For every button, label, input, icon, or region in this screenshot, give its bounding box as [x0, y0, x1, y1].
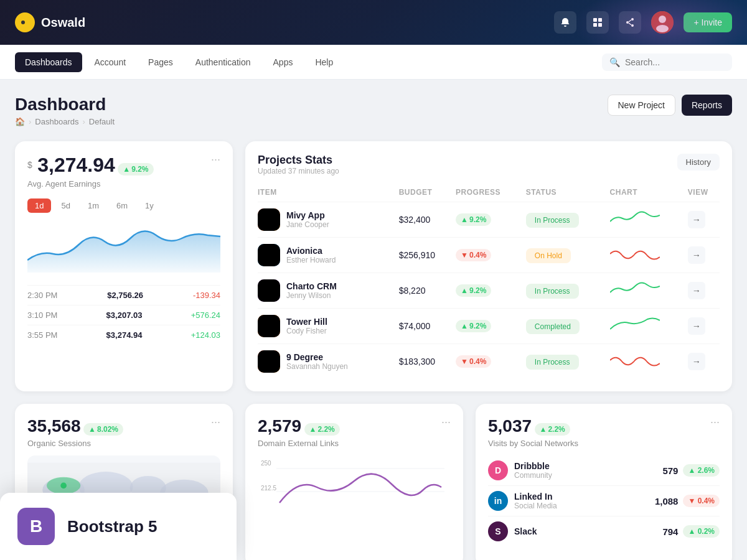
- col-item: ITEM: [258, 183, 399, 202]
- breadcrumb-home[interactable]: 🏠: [15, 117, 25, 126]
- data-row-1: 2:30 PM $2,756.26 -139.34: [27, 285, 220, 305]
- social-list: D Dribbble Community 579 ▲ 2.6% in Linke…: [488, 455, 720, 546]
- tab-pages[interactable]: Pages: [138, 52, 183, 72]
- domain-more-button[interactable]: ···: [441, 416, 451, 427]
- svg-rect-14: [258, 208, 280, 231]
- share-icon-btn[interactable]: [619, 11, 641, 34]
- new-project-button[interactable]: New Project: [608, 95, 675, 116]
- svg-point-7: [626, 21, 629, 24]
- col-budget: BUDGET: [399, 183, 456, 202]
- nav-right: + Invite: [554, 11, 732, 34]
- table-row: Mivy App Jane Cooper $32,400 ▲ 9.2% In P…: [258, 202, 720, 238]
- page-title-area: Dashboard 🏠 › Dashboards › Default: [15, 95, 115, 126]
- view-row-button[interactable]: →: [688, 282, 705, 299]
- breadcrumb-dashboards[interactable]: Dashboards: [35, 117, 78, 126]
- bootstrap-overlay: B Bootstrap 5: [0, 493, 237, 560]
- domain-label: Domain External Links: [258, 439, 340, 448]
- data-row-2: 3:10 PM $3,207.03 +576.24: [27, 305, 220, 325]
- social-card: 5,037 ▲ 2.2% Visits by Social Networks ·…: [476, 404, 732, 560]
- grid-icon-btn[interactable]: [586, 11, 609, 34]
- svg-text:250: 250: [261, 460, 271, 467]
- secondary-navbar: Dashboards Account Pages Authentication …: [0, 45, 747, 80]
- tab-apps[interactable]: Apps: [263, 52, 303, 72]
- earnings-amount-area: $ 3,274.94 ▲ 9.2%: [27, 154, 154, 177]
- tab-help[interactable]: Help: [305, 52, 343, 72]
- domain-number: 2,579: [258, 416, 301, 436]
- brand-name: Oswald: [41, 16, 85, 30]
- svg-rect-4: [593, 23, 597, 27]
- svg-rect-17: [258, 315, 280, 337]
- tab-account[interactable]: Account: [85, 52, 136, 72]
- social-badge: ▲ 2.2%: [535, 423, 570, 436]
- svg-rect-18: [258, 350, 280, 373]
- earnings-card: $ 3,274.94 ▲ 9.2% ··· Avg. Agent Earning…: [15, 141, 233, 391]
- brand-icon: [15, 12, 35, 32]
- search-input[interactable]: [625, 57, 725, 67]
- view-row-button[interactable]: →: [688, 246, 705, 264]
- svg-point-1: [21, 21, 25, 24]
- view-row-button[interactable]: →: [688, 317, 705, 335]
- svg-rect-16: [258, 279, 280, 302]
- organic-number: 35,568: [27, 416, 81, 436]
- svg-line-10: [629, 23, 631, 25]
- projects-title: Projects Stats: [258, 154, 339, 167]
- data-row-3: 3:55 PM $3,274.94 +124.03: [27, 325, 220, 345]
- earnings-label: Avg. Agent Earnings: [27, 179, 220, 189]
- filter-5d[interactable]: 5d: [54, 198, 77, 213]
- bootstrap-title: Bootstrap 5: [67, 517, 157, 536]
- breadcrumb-default[interactable]: Default: [89, 117, 115, 126]
- filter-1d[interactable]: 1d: [27, 198, 51, 213]
- filter-6m[interactable]: 6m: [109, 198, 135, 213]
- svg-rect-15: [258, 244, 280, 266]
- earnings-amount: 3,274.94: [37, 154, 115, 176]
- brand: Oswald: [15, 12, 85, 32]
- earnings-more-button[interactable]: ···: [211, 154, 220, 165]
- nav-tabs: Dashboards Account Pages Authentication …: [15, 52, 602, 72]
- search-icon: 🔍: [609, 57, 620, 67]
- table-row: Avionica Esther Howard $256,910 ▼ 0.4% O…: [258, 238, 720, 273]
- svg-line-9: [629, 20, 631, 22]
- social-number: 5,037: [488, 416, 532, 436]
- breadcrumb: 🏠 › Dashboards › Default: [15, 117, 115, 126]
- top-cards-row: $ 3,274.94 ▲ 9.2% ··· Avg. Agent Earning…: [15, 141, 732, 391]
- social-more-button[interactable]: ···: [710, 416, 720, 427]
- col-chart: CHART: [610, 183, 688, 202]
- domain-badge: ▲ 2.2%: [304, 423, 340, 436]
- page-title: Dashboard: [15, 95, 115, 114]
- social-item: in Linked In Social Media 1,088 ▼ 0.4%: [488, 485, 720, 516]
- time-filters: 1d 5d 1m 6m 1y: [27, 198, 220, 213]
- domain-chart: 250 212.5: [258, 453, 451, 528]
- projects-card: Projects Stats Updated 37 minutes ago Hi…: [245, 141, 732, 391]
- tab-dashboards[interactable]: Dashboards: [15, 52, 82, 72]
- page-actions: New Project Reports: [608, 95, 733, 116]
- social-header: 5,037 ▲ 2.2% Visits by Social Networks ·…: [488, 416, 720, 448]
- organic-header: 35,568 ▲ 8.02% Organic Sessions ···: [27, 416, 220, 448]
- reports-button[interactable]: Reports: [682, 95, 732, 116]
- earnings-badge: ▲ 9.2%: [118, 163, 153, 175]
- svg-point-8: [631, 24, 634, 27]
- view-row-button[interactable]: →: [688, 211, 705, 228]
- avatar[interactable]: [651, 11, 674, 34]
- table-row: Charto CRM Jenny Wilson $8,220 ▲ 9.2% In…: [258, 273, 720, 309]
- organic-label: Organic Sessions: [27, 439, 123, 448]
- organic-badge: ▲ 8.02%: [83, 423, 123, 436]
- view-row-button[interactable]: →: [688, 353, 705, 370]
- filter-1y[interactable]: 1y: [138, 198, 161, 213]
- organic-more-button[interactable]: ···: [211, 416, 220, 427]
- domain-header: 2,579 ▲ 2.2% Domain External Links ···: [258, 416, 451, 448]
- svg-rect-5: [598, 23, 602, 27]
- top-navbar: Oswald + Invite: [0, 0, 747, 45]
- svg-point-6: [631, 18, 634, 21]
- bootstrap-icon: B: [17, 508, 55, 545]
- main-content: Dashboard 🏠 › Dashboards › Default New P…: [0, 80, 747, 560]
- notification-icon-btn[interactable]: [554, 11, 576, 34]
- filter-1m[interactable]: 1m: [80, 198, 106, 213]
- table-row: Tower Hill Cody Fisher $74,000 ▲ 9.2% Co…: [258, 309, 720, 344]
- page-header: Dashboard 🏠 › Dashboards › Default New P…: [15, 95, 732, 126]
- tab-authentication[interactable]: Authentication: [186, 52, 261, 72]
- col-progress: PROGRESS: [456, 183, 526, 202]
- col-status: STATUS: [526, 183, 610, 202]
- history-button[interactable]: History: [677, 154, 720, 170]
- svg-point-12: [659, 16, 666, 23]
- invite-button[interactable]: + Invite: [684, 12, 732, 32]
